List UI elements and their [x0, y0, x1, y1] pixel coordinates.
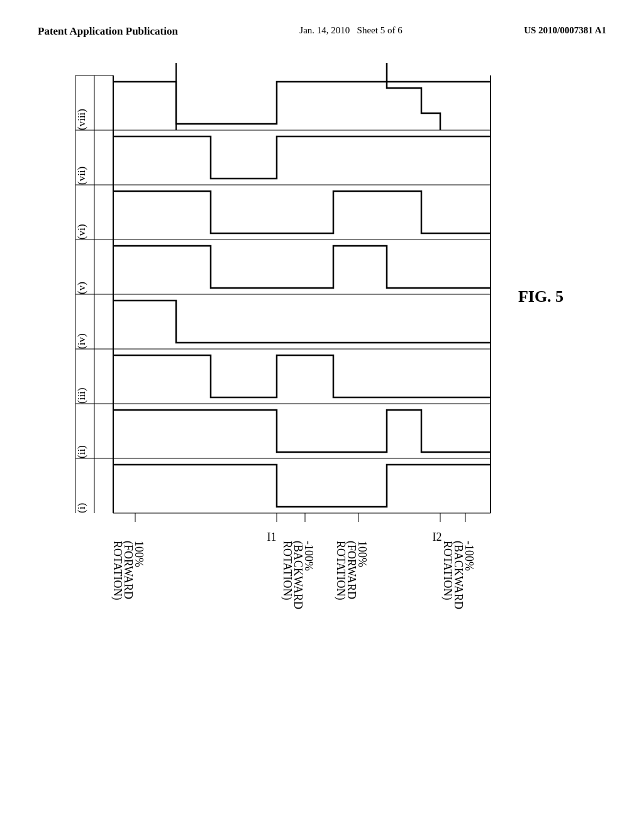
page: Patent Application Publication Jan. 14, … — [0, 0, 644, 830]
svg-text:ROTATION): ROTATION) — [441, 541, 454, 600]
figure-label: FIG. 5 — [518, 287, 564, 306]
svg-text:(viii): (viii) — [75, 109, 87, 130]
waveform-v — [113, 246, 491, 288]
svg-text:ROTATION): ROTATION) — [111, 541, 124, 600]
svg-text:I1: I1 — [267, 531, 277, 543]
waveform-vii — [113, 136, 491, 179]
svg-text:ROTATION): ROTATION) — [334, 541, 347, 600]
publication-title: Patent Application Publication — [38, 25, 178, 38]
top-staircase-right — [387, 63, 440, 130]
figure-5-diagram: .axis-label { font-family: 'Times New Ro… — [31, 63, 597, 723]
svg-text:(iv): (iv) — [75, 333, 87, 349]
publication-number: US 2010/0007381 A1 — [524, 25, 606, 36]
publication-date-sheet: Jan. 14, 2010 Sheet 5 of 6 — [299, 25, 402, 36]
waveform-vi — [113, 191, 491, 233]
waveform-iii — [113, 355, 491, 397]
svg-text:(vi): (vi) — [75, 224, 87, 240]
svg-text:(vii): (vii) — [75, 167, 87, 185]
waveform-ii — [113, 410, 491, 452]
svg-text:(iii): (iii) — [75, 388, 87, 404]
svg-text:I2: I2 — [433, 531, 442, 543]
page-header: Patent Application Publication Jan. 14, … — [38, 25, 606, 38]
svg-text:(ii): (ii) — [75, 445, 87, 458]
sheet-info: Sheet 5 of 6 — [357, 25, 402, 35]
svg-text:(v): (v) — [75, 282, 87, 294]
waveform-viii — [113, 82, 491, 124]
waveform-iv — [113, 301, 491, 343]
waveform-i — [113, 465, 491, 507]
publication-date: Jan. 14, 2010 — [299, 25, 350, 35]
svg-text:ROTATION): ROTATION) — [280, 541, 294, 600]
svg-text:(i): (i) — [75, 503, 87, 513]
